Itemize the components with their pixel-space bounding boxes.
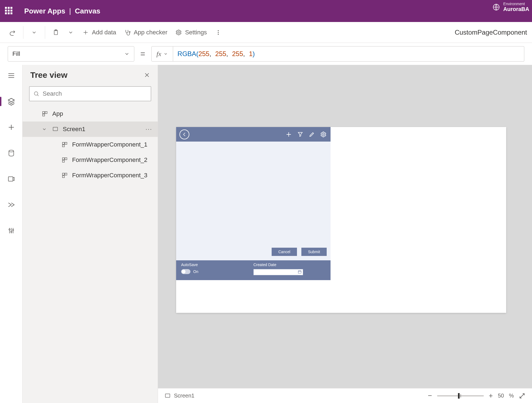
artboard[interactable]: Cancel Submit AutoSave On Created Date [176, 127, 506, 313]
submit-button[interactable]: Submit [301, 248, 327, 256]
layers-icon [7, 97, 15, 106]
property-selector[interactable]: Fill [8, 46, 134, 62]
chevron-down-icon[interactable] [42, 127, 48, 132]
autosave-toggle[interactable]: On [181, 269, 198, 274]
gear-icon [175, 29, 182, 36]
clipboard-icon [52, 29, 59, 36]
component-icon [61, 172, 68, 179]
back-button[interactable] [179, 129, 189, 139]
formula-input[interactable]: RGBA(255, 255, 255, 1) [173, 46, 524, 62]
gear-icon [320, 131, 327, 138]
created-date-label: Created Date [253, 263, 303, 267]
app-launcher-icon[interactable] [5, 7, 13, 15]
arrow-left-icon [182, 132, 187, 137]
power-automate-rail-button[interactable] [5, 198, 18, 211]
advanced-tools-rail-button[interactable] [5, 224, 18, 237]
tree-node-component[interactable]: FormWrapperComponent_3 [23, 168, 158, 183]
zoom-slider[interactable] [437, 395, 484, 396]
fx-dropdown[interactable]: fx [151, 46, 173, 62]
tree-node-label: FormWrapperComponent_2 [72, 156, 148, 164]
tree-node-component[interactable]: FormWrapperComponent_1 [23, 137, 158, 152]
tree-node-component[interactable]: FormWrapperComponent_2 [23, 152, 158, 168]
hamburger-button[interactable] [5, 69, 18, 82]
component-icon [61, 156, 68, 164]
svg-point-4 [178, 32, 179, 33]
add-data-button[interactable]: Add data [78, 27, 120, 38]
preview-body: Cancel Submit [176, 142, 331, 260]
svg-point-11 [10, 231, 12, 232]
canvas-area[interactable]: Cancel Submit AutoSave On Created Date [158, 65, 532, 403]
autosave-state: On [193, 269, 198, 274]
flow-icon [7, 201, 15, 209]
tree-node-app[interactable]: App [23, 106, 158, 122]
tree-node-label: FormWrapperComponent_3 [72, 172, 148, 179]
settings-label: Settings [185, 29, 207, 36]
data-rail-button[interactable] [5, 147, 18, 159]
plus-icon [82, 29, 89, 36]
svg-rect-14 [43, 112, 45, 114]
created-date-input[interactable] [253, 269, 303, 275]
svg-point-10 [9, 229, 10, 230]
expand-icon [519, 393, 525, 399]
cancel-button[interactable]: Cancel [272, 248, 297, 256]
media-rail-button[interactable] [5, 173, 18, 185]
svg-rect-18 [62, 142, 64, 144]
more-vertical-icon [215, 29, 222, 36]
filter-icon [297, 131, 303, 137]
svg-rect-28 [298, 271, 301, 273]
app-checker-label: App checker [134, 29, 167, 36]
tree-search-input[interactable] [43, 90, 147, 97]
svg-point-3 [129, 31, 130, 32]
fit-to-window-button[interactable] [519, 393, 525, 399]
app-checker-button[interactable]: App checker [120, 27, 171, 38]
tree-view-panel: Tree view App [23, 65, 158, 403]
filter-button[interactable] [296, 131, 304, 138]
settings-button[interactable] [320, 131, 327, 138]
tree-node-screen1[interactable]: Screen1 ··· [23, 122, 158, 137]
chevron-down-icon [124, 51, 130, 57]
app-header: Power Apps | Canvas Environment AuroraBA [0, 0, 532, 22]
undo-dropdown[interactable] [27, 27, 42, 38]
zoom-out-button[interactable]: − [428, 391, 432, 400]
settings-button[interactable]: Settings [171, 27, 211, 38]
svg-rect-23 [62, 160, 64, 162]
app-node-icon [41, 110, 48, 117]
svg-rect-25 [65, 173, 67, 175]
page-type-label: Canvas [75, 7, 100, 15]
paste-button[interactable] [48, 27, 63, 38]
zoom-unit: % [509, 393, 514, 399]
svg-rect-9 [8, 177, 13, 181]
overflow-menu[interactable] [211, 27, 226, 38]
undo-icon [9, 29, 16, 36]
environment-caption: Environment [503, 2, 529, 6]
edit-button[interactable] [308, 131, 316, 138]
zoom-value: 50 [498, 393, 504, 399]
tree-view-rail-button[interactable] [5, 95, 18, 108]
environment-picker[interactable]: Environment AuroraBA [492, 2, 529, 12]
tree-node-label: FormWrapperComponent_1 [72, 141, 148, 148]
environment-name: AuroraBA [503, 6, 529, 12]
tree-view-title: Tree view [30, 70, 67, 80]
status-bar: Screen1 − + 50 % [158, 388, 532, 403]
formula-bar: Fill = fx RGBA(255, 255, 255, 1) [0, 43, 532, 67]
tree-search[interactable] [29, 86, 151, 101]
svg-point-13 [34, 92, 38, 95]
close-icon [144, 72, 150, 78]
svg-point-27 [323, 134, 324, 135]
svg-rect-26 [62, 176, 64, 178]
undo-button[interactable] [5, 27, 20, 38]
svg-rect-22 [65, 158, 67, 160]
zoom-in-button[interactable]: + [489, 391, 493, 400]
tree-node-label: Screen1 [63, 126, 85, 133]
add-item-button[interactable] [285, 131, 293, 138]
paste-dropdown[interactable] [63, 27, 78, 38]
tree-node-more-button[interactable]: ··· [146, 126, 152, 133]
title-divider: | [69, 7, 71, 15]
svg-point-5 [218, 30, 219, 31]
globe-icon [492, 3, 500, 11]
svg-point-12 [12, 230, 13, 231]
insert-rail-button[interactable] [5, 121, 18, 134]
tree-node-label: App [52, 110, 63, 117]
database-icon [8, 150, 15, 157]
close-panel-button[interactable] [144, 72, 150, 78]
